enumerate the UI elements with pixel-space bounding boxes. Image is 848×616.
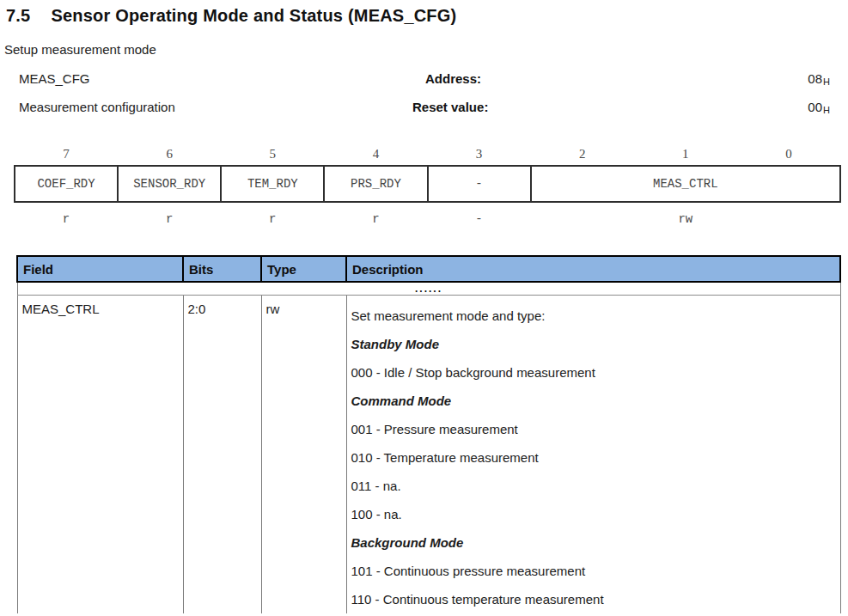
bit-number-row: 7 6 5 4 3 2 1 0 (15, 143, 840, 166)
column-header-field: Field (17, 256, 183, 282)
column-header-type: Type (261, 256, 346, 282)
description-line: 100 - na. (351, 500, 840, 528)
address-hex-suffix: H (823, 76, 830, 87)
bit-access: r (324, 202, 427, 227)
description-line: 101 - Continuous pressure measurement (351, 557, 840, 585)
description-line: Command Mode (351, 387, 840, 415)
bit-access: - (428, 202, 531, 227)
reset-hex: 00 (808, 100, 822, 114)
field-row-meas-ctrl: MEAS_CTRL 2:0 rw Set measurement mode an… (17, 296, 840, 614)
bit-layout-table: 7 6 5 4 3 2 1 0 COEF_RDY SENSOR_RDY TEM_… (14, 143, 841, 227)
bit-field-cell: SENSOR_RDY (118, 166, 221, 202)
bit-field-cell: PRS_RDY (324, 166, 427, 202)
bit-number: 1 (634, 143, 737, 166)
bit-field-row: COEF_RDY SENSOR_RDY TEM_RDY PRS_RDY - ME… (15, 166, 840, 202)
description-line: Background Mode (351, 528, 840, 557)
reset-value: 00H (808, 100, 830, 114)
description-line: 001 - Pressure measurement (351, 415, 840, 443)
bit-field-cell: TEM_RDY (221, 166, 324, 202)
register-subtitle: Setup measurement mode (4, 42, 156, 57)
register-description: Measurement configuration (19, 100, 175, 114)
section-number: 7.5 (6, 6, 30, 25)
register-reset-row: Measurement configuration Reset value: 0… (19, 100, 830, 115)
ellipsis-row: ...... (17, 282, 840, 296)
field-name-cell: MEAS_CTRL (17, 296, 183, 614)
ellipsis-text: ...... (17, 282, 840, 296)
bit-field-cell: COEF_RDY (15, 166, 118, 202)
section-heading: 7.5Sensor Operating Mode and Status (MEA… (6, 6, 456, 26)
description-line: 010 - Temperature measurement (351, 443, 840, 472)
description-line: Standby Mode (351, 330, 840, 358)
reset-value-label: Reset value: (412, 100, 488, 114)
field-type-cell: rw (261, 296, 346, 614)
bit-access-row: r r r r - rw (15, 202, 840, 227)
bit-number: 3 (428, 143, 531, 166)
bit-number: 6 (118, 143, 221, 166)
bit-access: r (118, 202, 221, 227)
bit-field-cell: MEAS_CTRL (531, 166, 840, 202)
field-description-cell: Set measurement mode and type: Standby M… (346, 296, 840, 614)
reset-hex-suffix: H (823, 105, 830, 115)
description-line: 011 - na. (351, 472, 840, 500)
bit-access: r (15, 202, 118, 227)
address-label: Address: (425, 71, 481, 86)
bit-field-cell: - (428, 166, 531, 202)
bit-access: rw (531, 202, 840, 227)
bit-number: 0 (737, 143, 840, 166)
address-hex: 08 (808, 71, 822, 86)
field-table-header-row: Field Bits Type Description (17, 256, 840, 282)
register-name: MEAS_CFG (19, 71, 90, 86)
description-line: 000 - Idle / Stop background measurement (351, 358, 840, 387)
bit-number: 4 (324, 143, 427, 166)
field-bits-cell: 2:0 (183, 296, 261, 614)
description-line: 110 - Continuous temperature measurement (351, 585, 840, 613)
bit-number: 2 (531, 143, 634, 166)
address-value: 08H (808, 71, 830, 86)
column-header-bits: Bits (183, 256, 261, 282)
bit-number: 5 (221, 143, 324, 166)
column-header-description: Description (346, 256, 840, 282)
field-description-table: Field Bits Type Description ...... MEAS_… (16, 255, 841, 613)
description-line: Set measurement mode and type: (351, 302, 840, 330)
register-address-row: MEAS_CFG Address: 08H (19, 71, 830, 87)
bit-access: r (221, 202, 324, 227)
section-title: Sensor Operating Mode and Status (MEAS_C… (51, 6, 456, 25)
bit-number: 7 (15, 143, 118, 166)
